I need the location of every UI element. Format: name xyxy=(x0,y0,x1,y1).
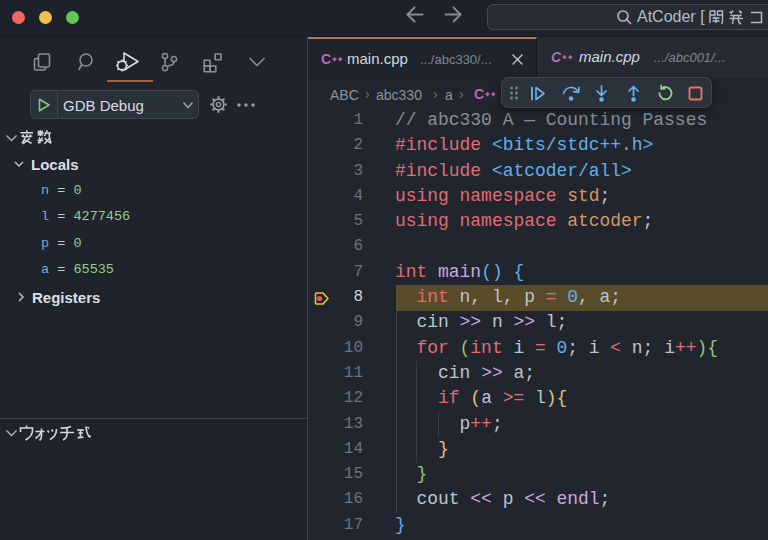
svg-text:C: C xyxy=(321,52,331,67)
svg-text:C: C xyxy=(474,87,484,102)
svg-text:C: C xyxy=(551,50,562,65)
